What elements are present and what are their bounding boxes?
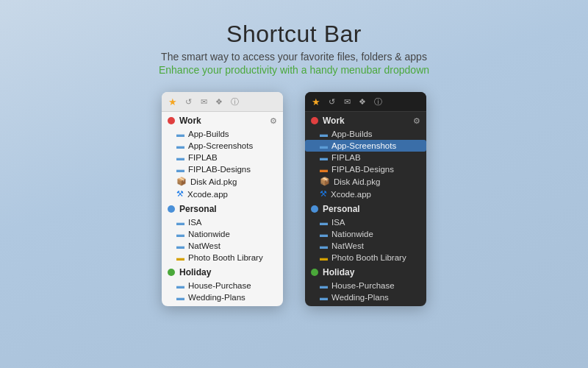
personal-dot [311,205,318,213]
folder-icon: ▬ [176,153,184,162]
folder-icon: ▬ [176,218,184,227]
holiday-dot [311,269,318,276]
xcode-icon: ⚒ [320,189,327,199]
panels-container: ★ ↺ ✉ ❖ ⓘ Work ⚙ ▬ App-Builds ▬ App-Scre… [162,92,426,306]
pkg-icon: 📦 [320,177,330,186]
folder-icon: ▬ [320,281,328,290]
dropbox-icon[interactable]: ❖ [213,96,225,107]
folder-icon: ▬ [320,230,328,238]
personal-label: Personal [323,204,420,214]
work-label: Work [179,116,265,126]
work-dot [311,117,318,124]
list-item[interactable]: ▬ App-Builds [162,128,283,140]
mail-icon[interactable]: ✉ [198,96,209,107]
page-header: Shortcut Bar The smart way to access you… [159,0,429,76]
dropbox-icon[interactable]: ❖ [356,96,368,107]
folder-icon: ▬ [176,241,184,250]
list-item[interactable]: ▬ Photo Booth Library [305,252,426,263]
list-item[interactable]: ▬ Photo Booth Library [162,252,283,263]
folder-icon: ▬ [176,141,184,150]
list-item[interactable]: ▬ FIPLAB [305,152,426,163]
light-personal-header: Personal [162,200,283,216]
folder-icon: ▬ [320,293,328,302]
holiday-dot [168,269,175,276]
work-dot [168,117,175,124]
page-tagline: Enhance your productivity with a handy m… [159,64,429,76]
star-icon[interactable]: ★ [310,96,322,107]
gear-icon[interactable]: ⚙ [270,116,277,126]
folder-icon: ▬ [176,130,184,138]
folder-icon: ▬ [320,218,328,227]
mail-icon[interactable]: ✉ [341,96,353,107]
panel-light: ★ ↺ ✉ ❖ ⓘ Work ⚙ ▬ App-Builds ▬ App-Scre… [162,92,283,306]
list-item[interactable]: ▬ FIPLAB [162,152,283,163]
list-item[interactable]: ▬ FIPLAB-Designs [305,163,426,175]
list-item[interactable]: ⚒ Xcode.app [162,188,283,200]
light-holiday-header: Holiday [162,263,283,280]
page-title: Shortcut Bar [159,21,429,48]
list-item[interactable]: ▬ Nationwide [305,228,426,240]
list-item[interactable]: ⚒ Xcode.app [305,188,426,200]
dark-personal-header: Personal [305,200,426,216]
star-icon[interactable]: ★ [167,96,179,107]
dark-work-header: Work ⚙ [305,112,426,128]
folder-icon: ▬ [176,253,184,262]
list-item[interactable]: ▬ Nationwide [162,228,283,240]
list-item[interactable]: ▬ FIPLAB-Designs [162,163,283,175]
list-item[interactable]: 📦 Disk Aid.pkg [305,175,426,188]
info-icon[interactable]: ⓘ [372,96,384,107]
folder-icon: ▬ [320,165,328,174]
folder-icon: ▬ [320,253,328,262]
list-item[interactable]: ▬ App-Screenshots [162,140,283,152]
list-item[interactable]: ▬ App-Builds [305,128,426,140]
folder-icon: ▬ [176,281,184,290]
refresh-icon[interactable]: ↺ [326,96,337,107]
info-icon[interactable]: ⓘ [229,96,240,107]
list-item[interactable]: ▬ House-Purchase [305,280,426,291]
folder-icon: ▬ [176,230,184,238]
page-subtitle: The smart way to access your favorite fi… [159,51,429,63]
list-item[interactable]: 📦 Disk Aid.pkg [162,175,283,188]
holiday-label: Holiday [323,267,420,277]
list-item[interactable]: ▬ Wedding-Plans [162,291,283,306]
holiday-label: Holiday [179,267,277,277]
panel-dark: ★ ↺ ✉ ❖ ⓘ Work ⚙ ▬ App-Builds ▬ App-Scre… [305,92,426,306]
pkg-icon: 📦 [176,177,187,186]
list-item[interactable]: ▬ ISA [305,216,426,228]
light-work-header: Work ⚙ [162,112,283,128]
list-item[interactable]: ▬ NatWest [305,240,426,252]
list-item[interactable]: ▬ Wedding-Plans [305,291,426,306]
folder-icon: ▬ [176,293,184,302]
list-item[interactable]: ▬ App-Screenshots [305,140,426,152]
dark-holiday-header: Holiday [305,263,426,280]
gear-icon[interactable]: ⚙ [413,116,420,126]
list-item[interactable]: ▬ ISA [162,216,283,228]
xcode-icon: ⚒ [176,189,184,199]
dark-toolbar: ★ ↺ ✉ ❖ ⓘ [305,92,426,112]
work-label: Work [323,116,409,126]
list-item[interactable]: ▬ NatWest [162,240,283,252]
folder-icon: ▬ [320,141,328,150]
folder-icon: ▬ [320,241,328,250]
personal-label: Personal [179,204,277,214]
folder-icon: ▬ [320,153,328,162]
personal-dot [168,205,175,213]
light-toolbar: ★ ↺ ✉ ❖ ⓘ [162,92,283,112]
folder-icon: ▬ [320,130,328,138]
refresh-icon[interactable]: ↺ [182,96,194,107]
folder-icon: ▬ [176,165,184,174]
list-item[interactable]: ▬ House-Purchase [162,280,283,291]
